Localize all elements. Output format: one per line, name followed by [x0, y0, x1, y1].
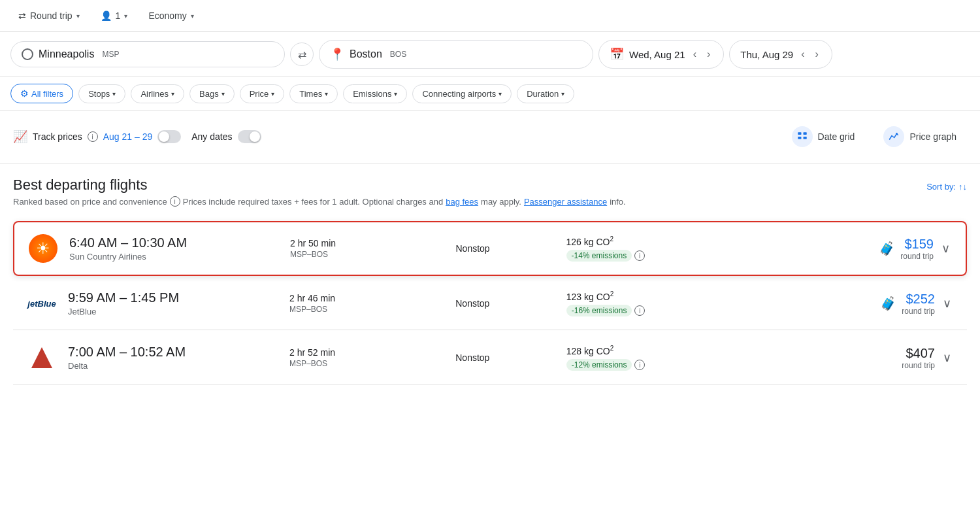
emissions-info-icon-2[interactable]: i	[634, 360, 645, 370]
passenger-icon: 👤	[101, 10, 112, 21]
price-info-0: $159 round trip	[900, 237, 934, 261]
bags-filter-label: Bags	[199, 89, 219, 99]
expand-button-1[interactable]: ∨	[940, 294, 954, 313]
date-grid-icon	[792, 126, 813, 147]
bag-fees-link[interactable]: bag fees	[446, 197, 478, 207]
swap-button[interactable]: ⇄	[290, 43, 314, 66]
jetblue-logo: jetBlue	[27, 299, 56, 309]
depart-prev-button[interactable]: ‹	[691, 47, 699, 61]
price-label-0: round trip	[900, 252, 934, 261]
emissions-filter-label: Emissions	[353, 89, 391, 99]
airline-logo-1: jetBlue	[26, 288, 57, 319]
destination-pin-icon: 📍	[330, 47, 344, 61]
subtitle-info-icon[interactable]: i	[170, 196, 180, 207]
airlines-filter-button[interactable]: Airlines ▾	[131, 84, 184, 103]
all-filters-label: All filters	[31, 89, 63, 99]
svg-marker-5	[31, 347, 52, 368]
price-label-1: round trip	[902, 307, 935, 316]
emissions-filter-button[interactable]: Emissions ▾	[343, 84, 407, 103]
duration-filter-button[interactable]: Duration ▾	[517, 84, 574, 103]
luggage-icon-1: 🧳	[880, 296, 896, 311]
flight-card-1[interactable]: jetBlue 9:59 AM – 1:45 PM JetBlue 2 hr 4…	[13, 277, 967, 330]
cabin-button[interactable]: Economy ▾	[140, 7, 201, 25]
depart-date-input[interactable]: 📅 Wed, Aug 21 ‹ ›	[598, 40, 724, 69]
track-right-section: Date grid Price graph	[781, 121, 967, 152]
duration-chevron-icon: ▾	[561, 90, 564, 97]
duration-filter-label: Duration	[527, 89, 559, 99]
return-next-button[interactable]: ›	[813, 47, 821, 61]
any-dates-label: Any dates	[191, 131, 232, 142]
route-text-1: MSP–BOS	[289, 305, 455, 314]
svg-rect-2	[798, 137, 801, 139]
bags-chevron-icon: ▾	[221, 90, 225, 97]
emissions-info-icon-1[interactable]: i	[634, 305, 645, 316]
times-chevron-icon: ▾	[325, 90, 328, 97]
flight-card-2[interactable]: 7:00 AM – 10:52 AM Delta 2 hr 52 min MSP…	[13, 332, 967, 384]
emissions-badge-2: -12% emissions	[566, 359, 632, 371]
trip-type-button[interactable]: ⇄ Round trip ▾	[10, 7, 88, 25]
emissions-badge-0: -14% emissions	[566, 250, 632, 262]
date-grid-button[interactable]: Date grid	[781, 121, 866, 152]
flight-price-0: 🧳 $159 round trip ∨	[787, 237, 953, 261]
return-date-input[interactable]: Thu, Aug 29 ‹ ›	[729, 40, 832, 69]
times-filter-label: Times	[299, 89, 322, 99]
track-date-range: Aug 21 – 29	[103, 131, 153, 142]
passengers-label: 1	[116, 10, 121, 21]
flight-card-0[interactable]: 6:40 AM – 10:30 AM Sun Country Airlines …	[13, 221, 967, 276]
passenger-assistance-link[interactable]: Passenger assistance	[524, 197, 607, 207]
all-filters-button[interactable]: ⚙ All filters	[10, 84, 73, 103]
airlines-chevron-icon: ▾	[171, 90, 174, 97]
price-filter-button[interactable]: Price ▾	[240, 84, 285, 103]
track-prices-toggle[interactable]	[157, 130, 181, 143]
expand-button-0[interactable]: ∨	[939, 239, 953, 258]
flight-emissions-1: 123 kg CO2 -16% emissions i	[566, 290, 788, 316]
stops-filter-label: Stops	[88, 89, 110, 99]
sort-by-control[interactable]: Sort by: ↑↓	[926, 182, 967, 192]
price-graph-icon	[883, 126, 904, 147]
depart-next-button[interactable]: ›	[704, 47, 713, 61]
expand-button-2[interactable]: ∨	[940, 348, 954, 367]
flight-airline-2: Delta	[68, 361, 289, 371]
trip-type-icon: ⇄	[18, 10, 26, 21]
svg-rect-1	[803, 132, 806, 135]
origin-circle-icon	[22, 48, 33, 60]
price-amount-0: $159	[900, 237, 934, 252]
track-prices-chart-icon: 📈	[13, 129, 27, 144]
destination-input[interactable]: 📍 Boston BOS	[319, 40, 593, 69]
track-left-section: 📈 Track prices i Aug 21 – 29 Any dates	[13, 129, 261, 144]
cabin-chevron: ▾	[191, 12, 194, 20]
stops-filter-button[interactable]: Stops ▾	[78, 84, 125, 103]
return-prev-button[interactable]: ‹	[798, 47, 807, 61]
airlines-filter-label: Airlines	[140, 89, 169, 99]
svg-point-4	[896, 133, 898, 135]
passengers-chevron: ▾	[124, 12, 127, 20]
times-filter-button[interactable]: Times ▾	[289, 84, 338, 103]
passengers-button[interactable]: 👤 1 ▾	[93, 7, 136, 25]
emissions-info-icon-0[interactable]: i	[634, 250, 645, 261]
connecting-airports-label: Connecting airports	[422, 89, 496, 99]
price-filter-label: Price	[250, 89, 269, 99]
top-bar: ⇄ Round trip ▾ 👤 1 ▾ Economy ▾	[0, 0, 980, 32]
route-text-2: MSP–BOS	[289, 359, 455, 368]
flight-times-1: 9:59 AM – 1:45 PM JetBlue	[68, 290, 289, 316]
any-dates-toggle[interactable]	[238, 130, 261, 143]
flight-duration-1: 2 hr 46 min MSP–BOS	[289, 293, 455, 314]
flight-duration-2: 2 hr 52 min MSP–BOS	[289, 347, 455, 368]
connecting-airports-filter-button[interactable]: Connecting airports ▾	[412, 84, 512, 103]
section-header: Best departing flights Ranked based on p…	[13, 177, 967, 217]
bags-filter-button[interactable]: Bags ▾	[189, 84, 235, 103]
track-prices-info-icon[interactable]: i	[88, 131, 98, 142]
flight-emissions-2: 128 kg CO2 -12% emissions i	[566, 345, 788, 371]
price-graph-button[interactable]: Price graph	[873, 121, 967, 152]
depart-date-label: Wed, Aug 21	[629, 49, 685, 60]
trip-type-chevron: ▾	[76, 12, 80, 20]
track-prices-label: Track prices	[33, 131, 82, 142]
flight-time-range-1: 9:59 AM – 1:45 PM	[68, 290, 289, 305]
cabin-label: Economy	[148, 10, 186, 21]
connecting-airports-chevron-icon: ▾	[498, 90, 502, 97]
calendar-icon: 📅	[610, 47, 624, 61]
origin-input[interactable]: Minneapolis MSP	[10, 41, 285, 67]
emissions-chevron-icon: ▾	[394, 90, 397, 97]
sun-country-logo	[29, 234, 57, 263]
svg-rect-0	[798, 132, 801, 135]
